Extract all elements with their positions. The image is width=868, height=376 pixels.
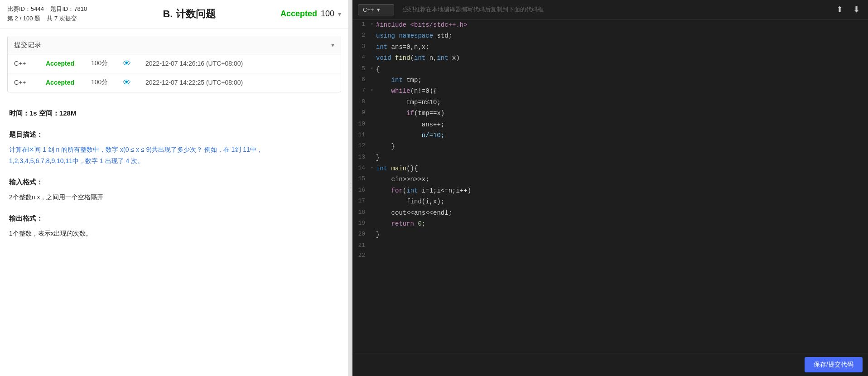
editor-toolbar: C++ ▾ 强烈推荐在本地编译器编写代码后复制到下面的代码框 ⬆ ⬇	[352, 0, 868, 19]
upload-icon[interactable]: ⬆	[834, 4, 846, 15]
line-number: 4	[352, 53, 371, 63]
line-code: }	[376, 141, 868, 152]
sub-eye-icon-1[interactable]: 👁	[123, 59, 136, 68]
table-row: C++ Accepted 100分 👁 2022-12-07 14:26:16 …	[8, 54, 341, 73]
line-number: 13	[352, 152, 371, 162]
code-line: 22	[352, 251, 868, 260]
line-fold-indicator	[371, 30, 376, 32]
input-title: 输入格式：	[9, 176, 339, 188]
code-line: 3int ans=0,n,x;	[352, 42, 868, 53]
desc-title: 题目描述：	[9, 128, 339, 140]
code-line: 9 if(tmp==x)	[352, 108, 868, 119]
panel-divider[interactable]: · · ·	[349, 0, 352, 376]
line-fold-indicator	[371, 119, 376, 121]
problem-score: 100	[321, 9, 334, 19]
download-icon[interactable]: ⬇	[850, 4, 863, 15]
accepted-badge: Accepted 100 ▾	[280, 9, 341, 19]
header-chevron[interactable]: ▾	[338, 10, 341, 18]
code-line: 6 int tmp;	[352, 75, 868, 86]
line-code: int main(){	[376, 163, 868, 174]
line-code	[376, 251, 868, 251]
code-line: 2using namespace std;	[352, 30, 868, 41]
line-number: 14	[352, 163, 371, 173]
sub-lang-1: C++	[14, 60, 37, 67]
line-fold-indicator	[371, 185, 376, 187]
line-number: 8	[352, 97, 371, 107]
code-line: 21	[352, 241, 868, 251]
line-code: cout<<ans<<endl;	[376, 207, 868, 218]
lang-label: C++	[363, 6, 374, 13]
line-code: find(i,x);	[376, 196, 868, 207]
line-number: 9	[352, 108, 371, 118]
line-fold-indicator	[371, 218, 376, 220]
line-code: cin>>n>>x;	[376, 174, 868, 185]
sub-score-1: 100分	[91, 59, 114, 67]
line-fold-indicator	[371, 108, 376, 109]
line-number: 11	[352, 130, 371, 140]
line-fold-indicator	[371, 53, 376, 54]
sub-score-2: 100分	[91, 78, 114, 87]
output-body: 1个整数，表示x出现的次数。	[9, 228, 339, 239]
submissions-section: 提交记录 ▾ C++ Accepted 100分 👁 2022-12-07 14…	[7, 36, 341, 92]
footer-bar: 保存/提交代码	[352, 353, 868, 376]
line-number: 2	[352, 30, 371, 40]
line-number: 21	[352, 241, 371, 251]
line-number: 1	[352, 19, 371, 29]
line-code: return 0;	[376, 218, 868, 229]
sub-eye-icon-2[interactable]: 👁	[123, 78, 136, 87]
line-code: while(n!=0){	[376, 86, 868, 96]
code-line: 10 ans++;	[352, 119, 868, 130]
line-number: 6	[352, 75, 371, 85]
code-line: 1▾#include <bits/stdc++.h>	[352, 19, 868, 30]
code-editor[interactable]: 1▾#include <bits/stdc++.h>2using namespa…	[352, 19, 868, 353]
line-fold-indicator	[371, 97, 376, 98]
input-body: 2个整数n,x，之间用一个空格隔开	[9, 192, 339, 203]
sub-time-1: 2022-12-07 14:26:16 (UTC+08:00)	[145, 60, 334, 67]
code-line: 14▾int main(){	[352, 163, 868, 174]
line-fold-indicator	[371, 207, 376, 209]
code-line: 19 return 0;	[352, 218, 868, 229]
output-title: 输出格式：	[9, 212, 339, 224]
submit-button[interactable]: 保存/提交代码	[805, 357, 863, 372]
language-select[interactable]: C++ ▾	[358, 4, 394, 15]
problem-id: 题目ID：7810	[50, 5, 87, 12]
line-code: void find(int n,int x)	[376, 53, 868, 63]
submissions-table: C++ Accepted 100分 👁 2022-12-07 14:26:16 …	[8, 54, 341, 92]
contest-id: 比赛ID：5444	[7, 5, 44, 12]
line-fold-indicator	[371, 241, 376, 242]
line-code: ans++;	[376, 119, 868, 130]
code-line: 12 }	[352, 141, 868, 152]
submissions-header[interactable]: 提交记录 ▾	[8, 36, 341, 54]
line-number: 22	[352, 251, 371, 260]
accepted-label: Accepted	[280, 9, 317, 19]
line-fold-indicator	[371, 141, 376, 142]
line-fold-indicator	[371, 229, 376, 231]
code-line: 8 tmp=n%10;	[352, 97, 868, 108]
problem-title: B. 计数问题	[98, 7, 280, 21]
line-code: using namespace std;	[376, 30, 868, 41]
line-number: 5	[352, 64, 371, 74]
line-number: 10	[352, 119, 371, 129]
left-panel: 比赛ID：5444 题目ID：7810 第 2 / 100 题 共 7 次提交 …	[0, 0, 349, 376]
sub-lang-2: C++	[14, 79, 37, 86]
code-line: 18 cout<<ans<<endl;	[352, 207, 868, 218]
code-line: 15 cin>>n>>x;	[352, 174, 868, 185]
right-panel: C++ ▾ 强烈推荐在本地编译器编写代码后复制到下面的代码框 ⬆ ⬇ 1▾#in…	[352, 0, 868, 376]
line-number: 18	[352, 207, 371, 217]
line-code: int ans=0,n,x;	[376, 42, 868, 53]
line-code: n/=10;	[376, 130, 868, 141]
line-fold-indicator	[371, 174, 376, 175]
line-code	[376, 241, 868, 241]
line-code: #include <bits/stdc++.h>	[376, 19, 868, 30]
code-line: 17 find(i,x);	[352, 196, 868, 207]
line-fold-indicator	[371, 130, 376, 131]
line-code: int tmp;	[376, 75, 868, 86]
sub-status-1: Accepted	[46, 60, 82, 67]
line-number: 16	[352, 185, 371, 195]
line-code: }	[376, 229, 868, 240]
submissions-expand-icon[interactable]: ▾	[331, 41, 334, 48]
line-number: 12	[352, 141, 371, 151]
code-line: 20}	[352, 229, 868, 240]
line-code: for(int i=1;i<=n;i++)	[376, 185, 868, 196]
line-fold-indicator: ▾	[371, 163, 376, 172]
